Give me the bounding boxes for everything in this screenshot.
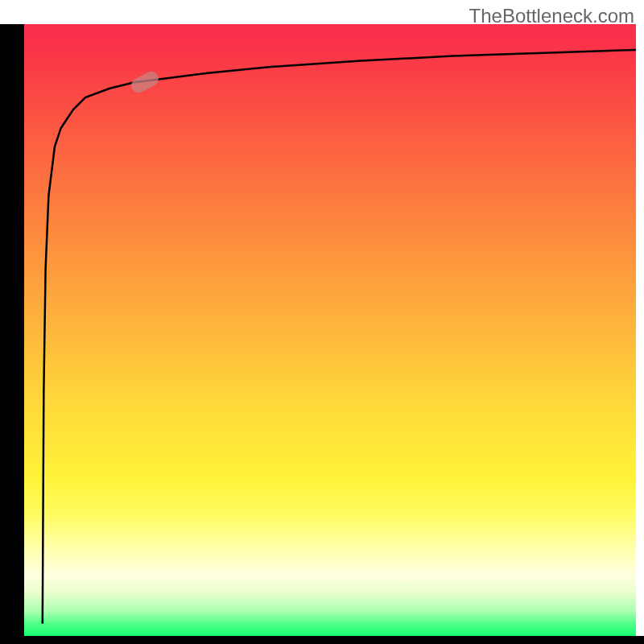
- curve-layer: [24, 24, 636, 636]
- plot-area: [24, 24, 636, 636]
- chart-container: TheBottleneck.com: [0, 0, 644, 644]
- x-axis: [0, 636, 644, 644]
- bottleneck-curve-path: [43, 50, 636, 624]
- watermark-text: TheBottleneck.com: [469, 5, 634, 27]
- y-axis: [0, 24, 24, 636]
